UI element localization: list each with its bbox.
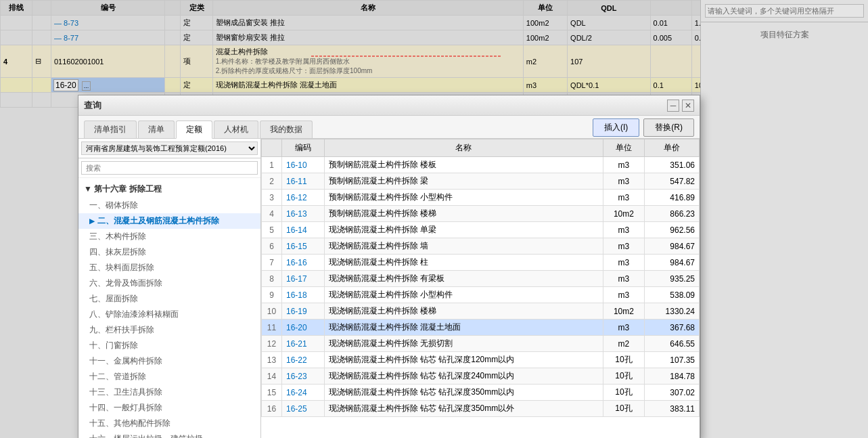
data-panel: 编码 名称 单位 单价 1 16-10 预制钢筋混凝土构件拆除 楼板 m3 35… — [261, 139, 700, 438]
tab-qingdan-zhiyin[interactable]: 清单指引 — [84, 121, 137, 138]
row-code-cell: 16-14 — [282, 222, 325, 238]
tree-section-longgu[interactable]: 六、龙骨及饰面拆除 — [78, 276, 260, 291]
row-unit-cell: m3 — [603, 157, 645, 173]
tree-section-louti[interactable]: 十六、楼层运出垃圾、建筑垃圾... — [78, 431, 260, 438]
row-name-cell: 现浇钢筋混凝土构件拆除 有梁板 — [324, 271, 603, 287]
row-price-cell: 107.35 — [645, 352, 700, 368]
dialog-minimize-button[interactable]: ─ — [667, 100, 679, 112]
row-num-cell: 14 — [262, 368, 282, 385]
table-row[interactable]: 13 16-22 现浇钢筋混凝土构件拆除 钻芯 钻孔深度120mm以内 10孔 … — [262, 352, 700, 368]
dialog-content: 河南省房屋建筑与装饰工程预算定额(2016) ▼ 第十六章 拆除工程 一、砌体拆… — [78, 139, 700, 438]
row-num-cell: 10 — [262, 303, 282, 320]
table-row[interactable]: 11 16-20 现浇钢筋混凝土构件拆除 混凝土地面 m3 367.68 — [262, 320, 700, 336]
row-unit-cell: 10m2 — [603, 303, 645, 320]
table-row[interactable]: 14 16-23 现浇钢筋混凝土构件拆除 钻芯 钻孔深度240mm以内 10孔 … — [262, 368, 700, 385]
row-unit-cell: m3 — [603, 271, 645, 287]
row-name-cell: 现浇钢筋混凝土构件拆除 钻芯 钻孔深度350mm以外 — [324, 401, 603, 417]
table-row[interactable]: 7 16-16 现浇钢筋混凝土构件拆除 柱 m3 984.67 — [262, 255, 700, 271]
insert-button[interactable]: 插入(I) — [593, 118, 639, 137]
row-unit-cell: m2 — [603, 336, 645, 352]
tree-chapter-16[interactable]: ▼ 第十六章 拆除工程 — [78, 181, 260, 198]
row-name-cell: 现浇钢筋混凝土构件拆除 单梁 — [324, 222, 603, 238]
row-num-cell: 3 — [262, 190, 282, 206]
row-code-cell: 16-25 — [282, 401, 325, 417]
table-row[interactable]: 12 16-21 现浇钢筋混凝土构件拆除 无损切割 m2 646.55 — [262, 336, 700, 352]
tab-qingdan[interactable]: 清单 — [138, 121, 175, 138]
table-row[interactable]: 9 16-18 现浇钢筋混凝土构件拆除 小型构件 m3 538.09 — [262, 287, 700, 303]
dialog-titlebar[interactable]: 查询 ─ ✕ — [78, 95, 700, 116]
row-price-cell: 646.55 — [645, 336, 700, 352]
dialog-action-buttons: 插入(I) 替换(R) — [593, 118, 694, 137]
quota-selector[interactable]: 河南省房屋建筑与装饰工程预算定额(2016) — [81, 141, 258, 155]
row-name-cell: 预制钢筋混凝土构件拆除 梁 — [324, 173, 603, 190]
table-row[interactable]: 1 16-10 预制钢筋混凝土构件拆除 楼板 m3 351.06 — [262, 157, 700, 173]
row-name-cell: 现浇钢筋混凝土构件拆除 柱 — [324, 255, 603, 271]
row-name-cell: 预制钢筋混凝土构件拆除 楼板 — [324, 157, 603, 173]
row-name-cell: 现浇钢筋混凝土构件拆除 楼梯 — [324, 303, 603, 320]
row-code-cell: 16-19 — [282, 303, 325, 320]
tree-section-mohui[interactable]: 四、抹灰层拆除 — [78, 244, 260, 260]
table-row[interactable]: 16 16-25 现浇钢筋混凝土构件拆除 钻芯 钻孔深度350mm以外 10孔 … — [262, 401, 700, 417]
col-header-name: 名称 — [324, 139, 603, 157]
row-unit-cell: m3 — [603, 255, 645, 271]
col-header-rownum — [262, 139, 282, 157]
row-num-cell: 8 — [262, 271, 282, 287]
dialog-close-button[interactable]: ✕ — [682, 100, 694, 112]
col-header-unit: 单位 — [603, 139, 645, 157]
tree-section-qita[interactable]: 十五、其他构配件拆除 — [78, 416, 260, 431]
tree-section-mugou[interactable]: 三、木构件拆除 — [78, 229, 260, 244]
tree-section-qiti[interactable]: 一、砌体拆除 — [78, 198, 260, 213]
tree-section-wumian[interactable]: 七、屋面拆除 — [78, 291, 260, 307]
row-name-cell: 现浇钢筋混凝土构件拆除 钻芯 钻孔深度350mm以内 — [324, 385, 603, 401]
col-header-code: 编码 — [282, 139, 325, 157]
row-name-cell: 预制钢筋混凝土构件拆除 楼梯 — [324, 206, 603, 222]
tree-section-weisheng[interactable]: 十三、卫生洁具拆除 — [78, 385, 260, 400]
tree-section-hunningtu[interactable]: ▶ 二、混凝土及钢筋混凝土构件拆除 — [78, 213, 260, 229]
row-num-cell: 4 — [262, 206, 282, 222]
tree-search-area — [78, 158, 260, 178]
row-price-cell: 962.56 — [645, 222, 700, 238]
table-row[interactable]: 4 16-13 预制钢筋混凝土构件拆除 楼梯 10m2 866.23 — [262, 206, 700, 222]
tree-section-diceng[interactable]: 五、块料面层拆除 — [78, 260, 260, 276]
tab-rencaiji[interactable]: 人材机 — [214, 121, 258, 138]
table-row[interactable]: 2 16-11 预制钢筋混凝土构件拆除 梁 m3 547.82 — [262, 173, 700, 190]
row-unit-cell: 10孔 — [603, 401, 645, 417]
table-row[interactable]: 15 16-24 现浇钢筋混凝土构件拆除 钻芯 钻孔深度350mm以内 10孔 … — [262, 385, 700, 401]
row-num-cell: 2 — [262, 173, 282, 190]
row-unit-cell: m3 — [603, 238, 645, 255]
tree-section-guandao[interactable]: 十二、管道拆除 — [78, 369, 260, 385]
row-code-cell: 16-20 — [282, 320, 325, 336]
tree-selector-area: 河南省房屋建筑与装饰工程预算定额(2016) — [78, 139, 260, 158]
table-row[interactable]: 5 16-14 现浇钢筋混凝土构件拆除 单梁 m3 962.56 — [262, 222, 700, 238]
row-price-cell: 367.68 — [645, 320, 700, 336]
row-num-cell: 5 — [262, 222, 282, 238]
tree-section-dengju[interactable]: 十四、一般灯具拆除 — [78, 400, 260, 416]
row-unit-cell: m3 — [603, 287, 645, 303]
table-row[interactable]: 3 16-12 预制钢筋混凝土构件拆除 小型构件 m3 416.89 — [262, 190, 700, 206]
tree-section-menchuang[interactable]: 十、门窗拆除 — [78, 338, 260, 353]
tree-section-youqi[interactable]: 八、铲除油漆涂料裱糊面 — [78, 307, 260, 322]
replace-button[interactable]: 替换(R) — [643, 118, 694, 137]
table-row[interactable]: 8 16-17 现浇钢筋混凝土构件拆除 有梁板 m3 935.25 — [262, 271, 700, 287]
row-price-cell: 351.06 — [645, 157, 700, 173]
row-num-cell: 7 — [262, 255, 282, 271]
row-name-cell: 现浇钢筋混凝土构件拆除 小型构件 — [324, 287, 603, 303]
dialog-tabbar-row: 清单指引 清单 定额 人材机 我的数据 插入(I) 替换(R) — [78, 116, 700, 139]
row-num-cell: 16 — [262, 401, 282, 417]
row-name-cell: 现浇钢筋混凝土构件拆除 墙 — [324, 238, 603, 255]
row-num-cell: 6 — [262, 238, 282, 255]
row-code-cell: 16-23 — [282, 368, 325, 385]
tree-search-input[interactable] — [81, 161, 258, 175]
tab-dingeq[interactable]: 定额 — [176, 121, 212, 139]
tab-wode-shuju[interactable]: 我的数据 — [260, 121, 313, 138]
row-price-cell: 866.23 — [645, 206, 700, 222]
row-price-cell: 984.67 — [645, 255, 700, 271]
row-name-cell: 现浇钢筋混凝土构件拆除 无损切割 — [324, 336, 603, 352]
row-unit-cell: 10m2 — [603, 206, 645, 222]
tree-section-jinshu[interactable]: 十一、金属构件拆除 — [78, 353, 260, 369]
row-num-cell: 1 — [262, 157, 282, 173]
row-price-cell: 935.25 — [645, 271, 700, 287]
tree-section-lankan[interactable]: 九、栏杆扶手拆除 — [78, 322, 260, 338]
table-row[interactable]: 6 16-15 现浇钢筋混凝土构件拆除 墙 m3 984.67 — [262, 238, 700, 255]
table-row[interactable]: 10 16-19 现浇钢筋混凝土构件拆除 楼梯 10m2 1330.24 — [262, 303, 700, 320]
